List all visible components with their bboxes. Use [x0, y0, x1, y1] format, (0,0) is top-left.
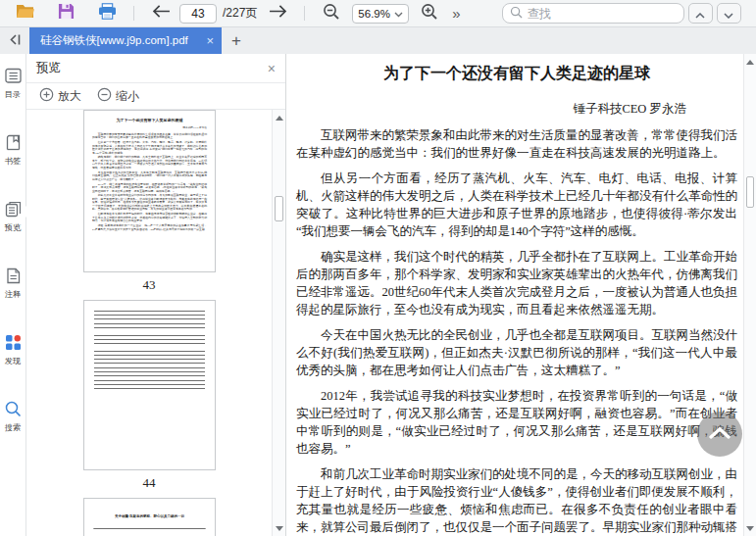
- thumbnail-page-content: 为了下一个还没有留下人类足迹的星球 锤子科技CEO 罗永浩 互联网带来的繁荣景象…: [84, 111, 215, 272]
- thumbnail-zoom-in-label: 放大: [58, 88, 81, 105]
- thumbnail-list: 为了下一个还没有留下人类足迹的星球 锤子科技CEO 罗永浩 互联网带来的繁荣景象…: [26, 110, 285, 536]
- collapse-left-icon: [8, 32, 22, 50]
- sidebar-item-toc[interactable]: 目录: [0, 67, 25, 133]
- bookmark-icon: [4, 133, 23, 152]
- new-tab-button[interactable]: +: [222, 27, 251, 54]
- annotation-page-icon: [4, 267, 23, 285]
- preview-panel-title: 预览: [36, 60, 61, 76]
- paragraph: 但即便是在今天这样平庸幸福的时代，也有些浑身充满冒险和进取精神的企业家，在获得了…: [92, 213, 207, 223]
- chevron-down-icon: [394, 8, 403, 20]
- paragraph: 但从另一个方面看，经历了蒸汽机、火车、汽车、电灯、电话、电报、计算机、火箭这样的…: [92, 140, 207, 154]
- thumbnail-page-45[interactable]: 关于埃隆·马斯克的梦想、野心以及目睹的一切: [83, 498, 216, 536]
- sidebar-item-label: 目录: [5, 89, 22, 101]
- thumbnail-text-lines: [94, 351, 205, 364]
- magnifier-minus-icon: [323, 3, 340, 24]
- window-body: 目录 书签: [0, 54, 756, 536]
- preview-header: 预览 ×: [26, 54, 285, 83]
- chevron-up-icon: [695, 5, 705, 23]
- preview-panel: 预览 × 放大: [26, 54, 286, 536]
- scroll-down-arrow[interactable]: [744, 522, 756, 534]
- main-scrollbar[interactable]: [743, 54, 756, 536]
- sidebar-item-label: 书签: [5, 156, 22, 168]
- mini-doc-author: 锤子科技CEO 罗永浩: [92, 126, 207, 130]
- circle-minus-icon: [97, 87, 112, 105]
- page-number-input[interactable]: [179, 4, 217, 24]
- toolbar: /227页 56.9%: [0, 0, 756, 27]
- paragraph: 今天在中国火热无比的全民创业，几乎也全都是互联网项目。互联网当然没什么不好(我们…: [296, 326, 737, 379]
- next-page-button[interactable]: [265, 2, 290, 25]
- previous-page-button[interactable]: [148, 2, 174, 25]
- thumbnail-page-44[interactable]: [83, 300, 216, 470]
- back-to-top-button[interactable]: [697, 412, 742, 457]
- paragraph: 和前几次工业革命时期实业家们的处境不同的是，今天的移动互联网创业，由于赶上了好时…: [92, 194, 207, 212]
- thumbnail-zoom-in-button[interactable]: 放大: [39, 87, 81, 105]
- toc-list-icon: [4, 67, 23, 85]
- more-tools-button[interactable]: »: [452, 5, 460, 22]
- mini-doc-title: 关于埃隆·马斯克的梦想、野心以及目睹的一切: [92, 513, 207, 518]
- sidebar-item-discover[interactable]: 发现: [0, 333, 25, 400]
- pdf-reader-window: /227页 56.9%: [0, 0, 756, 536]
- sidebar-item-search[interactable]: 搜索: [0, 400, 25, 466]
- zoom-level-dropdown[interactable]: 56.9%: [352, 4, 409, 24]
- zoom-out-button[interactable]: [319, 2, 344, 25]
- document-paragraphs: 互联网带来的繁荣景象和由此带来的对生活质量的显著改善，常常使得我们活在某种虚幻的…: [296, 126, 737, 536]
- sidebar-item-label: 注释: [5, 289, 22, 301]
- document-author: 锤子科技CEO 罗永浩: [296, 101, 737, 118]
- collapse-tabs-button[interactable]: [0, 27, 29, 54]
- toolbar-separator: [133, 6, 134, 21]
- thumbnail-page-43[interactable]: 为了下一个还没有留下人类足迹的星球 锤子科技CEO 罗永浩 互联网带来的繁荣景象…: [83, 110, 216, 272]
- save-floppy-icon: [58, 3, 75, 24]
- find-previous-button[interactable]: [688, 3, 713, 24]
- magnifier-plus-icon: [421, 3, 438, 24]
- mini-doc-paragraphs: 互联网带来的繁荣景象和由此带来的对生活质量的显著改善，常常使得我们活在某种虚幻的…: [92, 132, 207, 230]
- arrow-left-icon: [152, 4, 171, 23]
- thumbnail-text-lines: [93, 527, 205, 531]
- print-button[interactable]: [94, 2, 120, 25]
- thumbnail-text-lines: [94, 335, 205, 347]
- open-folder-icon: [15, 3, 35, 24]
- thumbnail-page-number: 43: [143, 272, 156, 300]
- search-blue-icon: [4, 400, 23, 418]
- thumbnail-zoom-out-button[interactable]: 缩小: [97, 87, 139, 105]
- zoom-level-value: 56.9%: [358, 8, 390, 20]
- preview-scrollbar[interactable]: [272, 110, 285, 536]
- sidebar-icon-rail: 目录 书签: [0, 54, 26, 536]
- paragraph: 和前几次工业革命时期实业家们的处境不同的是，今天的移动互联网创业，由于赶上了好时…: [296, 465, 737, 536]
- open-file-button[interactable]: [12, 2, 37, 25]
- paragraph: 2012年，我尝试追寻我的科技实业梦想时，在投资界常听到的一句话是，“做实业已经…: [296, 387, 737, 458]
- page-total-label: /227页: [223, 5, 257, 22]
- find-input[interactable]: [528, 7, 677, 21]
- thumbnail-text-lines: [94, 323, 205, 331]
- tab-close-icon[interactable]: ×: [206, 34, 214, 47]
- save-button[interactable]: [53, 2, 78, 25]
- sidebar-item-bookmarks[interactable]: 书签: [0, 133, 25, 200]
- thumbnail-page-number: 44: [143, 470, 156, 498]
- paragraph: 确实是这样，我们这个时代的精英，几乎全都扑在了互联网上。工业革命开始后的那两百多…: [92, 156, 207, 170]
- paragraph: 确实是这样，我们这个时代的精英，几乎全都扑在了互联网上。工业革命开始后的那两百多…: [296, 248, 737, 318]
- zoom-in-button[interactable]: [417, 2, 442, 25]
- sidebar-item-label: 发现: [5, 356, 22, 367]
- scroll-up-arrow[interactable]: [744, 56, 756, 68]
- scroll-up-arrow[interactable]: [273, 112, 285, 123]
- preview-zoom-controls: 放大 缩小: [26, 83, 285, 110]
- preview-scrollbar-thumb[interactable]: [275, 196, 283, 221]
- preview-close-icon[interactable]: ×: [268, 62, 276, 75]
- scroll-down-arrow[interactable]: [273, 522, 285, 534]
- paragraph: 但从另一个方面看，经历了蒸汽机、火车、汽车、电灯、电话、电报、计算机、火箭这样的…: [296, 170, 737, 240]
- arrow-right-icon: [269, 4, 287, 23]
- document-title: 为了下一个还没有留下人类足迹的星球: [296, 64, 737, 84]
- printer-icon: [98, 3, 117, 24]
- paragraph: 今天在中国火热无比的全民创业，几乎也全都是互联网项目。互联网当然没什么不好(我们…: [92, 171, 207, 181]
- main-scrollbar-thumb[interactable]: [746, 176, 754, 208]
- tab-active-document[interactable]: 硅谷钢铁侠[www.j9p.com].pdf ×: [29, 27, 222, 54]
- find-next-button[interactable]: [717, 3, 741, 24]
- thumbnail-text-lines: [164, 523, 203, 524]
- document-view: 为了下一个还没有留下人类足迹的星球 锤子科技CEO 罗永浩 互联网带来的繁荣景象…: [286, 54, 756, 536]
- paragraph: 互联网带来的繁荣景象和由此带来的对生活质量的显著改善，常常使得我们活在某种虚幻的…: [296, 126, 737, 162]
- paragraph: 2012年，我尝试追寻我的科技实业梦想时，在投资界常听到的一句话是，“做实业已经…: [92, 182, 207, 193]
- thumbnail-text-lines: [94, 311, 205, 319]
- find-box: [502, 3, 684, 24]
- sidebar-item-annotations[interactable]: 注释: [0, 267, 25, 333]
- tab-bar: 硅谷钢铁侠[www.j9p.com].pdf × +: [0, 27, 756, 54]
- circle-plus-icon: [39, 87, 54, 105]
